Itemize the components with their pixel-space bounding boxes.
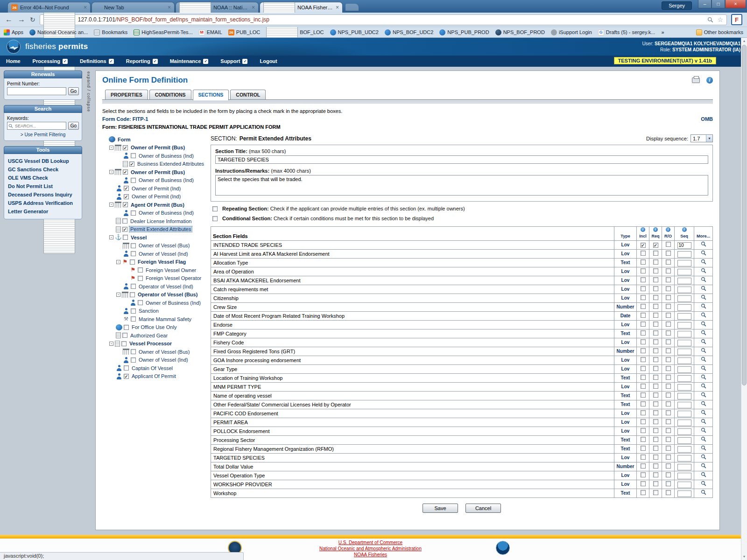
magnifier-icon[interactable]: [701, 374, 706, 380]
tree-checkbox[interactable]: [123, 169, 128, 175]
incl-checkbox[interactable]: [641, 330, 646, 336]
nav-item-support[interactable]: Support✓: [214, 56, 254, 67]
readonly-checkbox[interactable]: [666, 313, 671, 318]
seq-input[interactable]: [677, 278, 691, 284]
tab-control[interactable]: CONTROL: [230, 90, 266, 99]
incl-checkbox[interactable]: [641, 277, 646, 282]
magnifier-icon[interactable]: [701, 277, 706, 282]
readonly-checkbox[interactable]: [666, 277, 671, 282]
tool-link[interactable]: Deceased Persons Inquiry: [4, 190, 82, 199]
tree-item[interactable]: Captain Of Vessel: [102, 364, 211, 372]
incl-checkbox[interactable]: [641, 339, 646, 344]
req-checkbox[interactable]: [653, 481, 658, 486]
bookmark-item[interactable]: NPS_PUB_UDC2: [330, 29, 379, 35]
minimize-button[interactable]: –: [698, 0, 712, 8]
tree-checkbox[interactable]: [123, 235, 128, 240]
req-checkbox[interactable]: [653, 437, 658, 442]
tree-checkbox[interactable]: [124, 374, 129, 379]
seq-input[interactable]: [677, 393, 691, 399]
seq-input[interactable]: [677, 322, 691, 329]
tree-checkbox[interactable]: [129, 161, 134, 167]
bookmark-star-icon[interactable]: ☆: [717, 16, 723, 23]
forward-button[interactable]: →: [17, 15, 26, 24]
tree-item[interactable]: ⚑Foreign Vessel Operator: [102, 274, 211, 283]
readonly-checkbox[interactable]: [666, 419, 671, 424]
bookmark-item[interactable]: GDrafts (5) - sergey.k...: [598, 29, 655, 35]
save-button[interactable]: Save: [423, 504, 458, 513]
browser-tab[interactable]: New Tab×: [92, 2, 175, 13]
incl-checkbox[interactable]: [641, 348, 646, 353]
tree-item[interactable]: Form: [102, 135, 211, 144]
browser-tab[interactable]: NOAA :: National Marine |×: [176, 2, 259, 13]
readonly-checkbox[interactable]: [666, 268, 671, 273]
tree-item[interactable]: Business Extended Attributes: [102, 160, 211, 168]
tab-close-icon[interactable]: ×: [336, 5, 339, 10]
magnifier-icon[interactable]: [701, 445, 706, 451]
readonly-checkbox[interactable]: [666, 481, 671, 486]
repeating-checkbox[interactable]: [212, 206, 218, 211]
incl-checkbox[interactable]: [641, 481, 646, 486]
profile-button[interactable]: Sergey: [662, 1, 692, 10]
search-go-button[interactable]: Go: [68, 122, 79, 130]
print-icon[interactable]: [692, 77, 700, 83]
req-checkbox[interactable]: [653, 366, 658, 371]
readonly-checkbox[interactable]: [666, 304, 671, 309]
readonly-checkbox[interactable]: [666, 463, 671, 469]
bookmark-item[interactable]: NPS_BOF_UDC2: [385, 29, 433, 35]
req-checkbox[interactable]: [653, 348, 658, 353]
close-button[interactable]: ×: [725, 0, 746, 8]
magnifier-icon[interactable]: [701, 401, 706, 406]
bookmark-item[interactable]: 26PUB_LOC: [228, 29, 260, 35]
req-checkbox[interactable]: [653, 268, 658, 273]
magnifier-icon[interactable]: [701, 383, 706, 389]
tree-item[interactable]: Owner of Vessel (Ind): [102, 250, 211, 258]
bookmark-item[interactable]: Bookmarks: [94, 29, 127, 35]
magnifier-icon[interactable]: [701, 472, 706, 477]
cancel-button[interactable]: Cancel: [465, 504, 501, 513]
reload-button[interactable]: ↻: [30, 16, 35, 23]
tree-item[interactable]: Sanction: [102, 307, 211, 315]
incl-checkbox[interactable]: [641, 322, 646, 327]
nav-item-definitions[interactable]: Definitions✓: [74, 56, 120, 67]
tree-checkbox[interactable]: [131, 308, 136, 314]
tree-item[interactable]: Owner of Business (Ind): [102, 152, 211, 160]
tree-checkbox[interactable]: [138, 267, 143, 273]
back-button[interactable]: ←: [5, 15, 13, 24]
tab-conditions[interactable]: CONDITIONS: [149, 90, 191, 99]
req-checkbox[interactable]: [653, 286, 658, 291]
tree-item[interactable]: For Office Use Only: [102, 323, 211, 332]
readonly-checkbox[interactable]: [666, 392, 671, 398]
readonly-checkbox[interactable]: [666, 410, 671, 415]
bookmarks-overflow-chevron[interactable]: »: [661, 29, 664, 35]
tree-item[interactable]: Permit Extended Attributes: [102, 225, 211, 234]
tab-close-icon[interactable]: ×: [168, 5, 171, 10]
tree-item[interactable]: Owner of Vessel (Bus): [102, 242, 211, 250]
tree-checkbox[interactable]: [131, 357, 136, 363]
zoom-icon[interactable]: [707, 17, 713, 23]
req-checkbox[interactable]: [653, 384, 658, 389]
tree-checkbox[interactable]: [123, 145, 128, 150]
incl-checkbox[interactable]: [641, 472, 646, 477]
other-bookmarks-button[interactable]: Other bookmarks: [696, 29, 743, 35]
incl-checkbox[interactable]: [641, 357, 646, 362]
tool-link[interactable]: Do Not Permit List: [4, 182, 82, 190]
tree-item[interactable]: -⚑Foreign Vessel Flag: [102, 258, 211, 266]
req-checkbox[interactable]: [653, 419, 658, 424]
incl-checkbox[interactable]: [641, 437, 646, 442]
tree-item[interactable]: Owner of Permit (Ind): [102, 193, 211, 201]
incl-checkbox[interactable]: [641, 259, 646, 265]
footer-link[interactable]: U.S. Department of Commerce: [0, 539, 741, 546]
magnifier-icon[interactable]: [701, 490, 706, 495]
seq-input[interactable]: [677, 384, 691, 391]
req-checkbox[interactable]: [653, 410, 658, 415]
tree-checkbox[interactable]: [130, 292, 135, 297]
magnifier-icon[interactable]: [701, 481, 706, 486]
req-info-icon[interactable]: i: [653, 227, 658, 232]
seq-input[interactable]: [677, 482, 691, 488]
tab-sections[interactable]: SECTIONS: [193, 90, 229, 100]
readonly-checkbox[interactable]: [666, 357, 671, 362]
readonly-checkbox[interactable]: [666, 401, 671, 406]
req-checkbox[interactable]: [653, 357, 658, 362]
bookmark-item[interactable]: NPS_BOF_PROD: [495, 29, 545, 35]
tree-checkbox[interactable]: [138, 276, 143, 281]
